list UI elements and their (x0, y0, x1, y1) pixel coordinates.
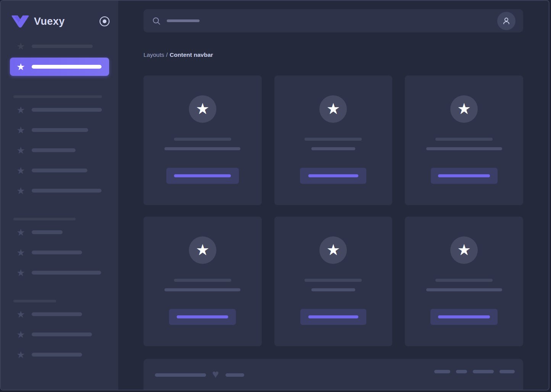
content-card: ★ (405, 217, 523, 346)
card-subtitle-skeleton (426, 147, 502, 150)
search-bar[interactable] (143, 9, 523, 32)
app-title: Vuexy (34, 16, 65, 27)
nav-label-skeleton (32, 230, 63, 234)
footer-left: ♥ (155, 370, 250, 380)
star-icon: ★ (16, 105, 26, 115)
card-title-skeleton (174, 279, 231, 282)
nav-item[interactable]: ★ (16, 39, 109, 54)
star-icon: ★ (16, 248, 26, 257)
card-action-button[interactable] (431, 168, 498, 184)
star-icon: ★ (16, 166, 26, 175)
nav-item[interactable]: ★ (16, 122, 109, 138)
star-icon: ★ (196, 242, 209, 257)
button-label-skeleton (174, 174, 231, 177)
menu-pin-toggle[interactable] (99, 16, 110, 27)
star-icon: ★ (16, 125, 26, 135)
button-label-skeleton (308, 315, 358, 318)
card-action-button[interactable] (300, 309, 366, 325)
card-action-button[interactable] (166, 168, 239, 184)
nav-item[interactable]: ★ (16, 327, 109, 342)
footer-skeleton-bar[interactable] (499, 370, 515, 373)
nav-item[interactable]: ★ (16, 102, 109, 117)
nav-label-skeleton (32, 353, 82, 357)
nav-item[interactable]: ★ (16, 307, 109, 322)
footer-skeleton-bar (155, 373, 206, 377)
heart-icon: ♥ (212, 368, 219, 380)
card-title-skeleton (435, 138, 493, 141)
nav-label-skeleton (32, 251, 82, 254)
button-label-skeleton (438, 315, 490, 318)
card-title-skeleton (304, 279, 362, 282)
card-subtitle-skeleton (164, 147, 240, 150)
footer-skeleton-bar[interactable] (473, 370, 494, 373)
card-action-button[interactable] (430, 309, 498, 325)
breadcrumb-separator: / (166, 51, 168, 58)
star-icon: ★ (16, 228, 26, 237)
card-avatar-circle: ★ (319, 236, 347, 264)
nav-label-skeleton (32, 65, 102, 69)
card-avatar-circle: ★ (189, 95, 216, 123)
star-icon: ★ (16, 350, 26, 360)
star-icon: ★ (327, 101, 340, 116)
card-title-skeleton (304, 138, 362, 141)
footer-skeleton-bar[interactable] (456, 370, 467, 373)
star-icon: ★ (16, 42, 26, 51)
card-avatar-circle: ★ (319, 95, 347, 123)
nav-item[interactable]: ★ (16, 225, 109, 240)
card-subtitle-skeleton (311, 288, 355, 291)
nav-item[interactable]: ★ (16, 183, 109, 198)
card-avatar-circle: ★ (450, 236, 478, 264)
content-card: ★ (274, 76, 393, 205)
card-action-button[interactable] (300, 168, 366, 184)
radio-circle-icon (99, 16, 110, 27)
nav-item-active[interactable]: ★ (10, 58, 109, 76)
user-avatar[interactable] (497, 12, 516, 30)
sidebar-header: Vuexy (11, 14, 110, 29)
nav-item[interactable]: ★ (16, 143, 109, 158)
content-card: ★ (143, 76, 262, 205)
nav-label-skeleton (32, 333, 92, 336)
search-icon (152, 16, 161, 26)
button-label-skeleton (308, 174, 358, 177)
card-title-skeleton (435, 279, 493, 282)
button-label-skeleton (177, 315, 228, 318)
footer-skeleton-bar (226, 373, 244, 377)
sidebar: Vuexy ★★★★★★★★★★★★★ (1, 1, 118, 390)
card-subtitle-skeleton (311, 147, 355, 150)
vuexy-logo-icon (11, 15, 29, 28)
star-icon: ★ (16, 146, 26, 155)
card-title-skeleton (174, 138, 231, 141)
nav-item[interactable]: ★ (16, 245, 109, 260)
content-card: ★ (274, 217, 393, 346)
nav-label-skeleton (32, 45, 93, 48)
star-icon: ★ (196, 101, 209, 116)
star-icon: ★ (16, 330, 26, 339)
nav-label-skeleton (32, 108, 102, 112)
content-card: ★ (405, 76, 523, 205)
main-content: Layouts/Content navbar ★★★★★★ ♥ (118, 1, 549, 390)
nav-item[interactable]: ★ (16, 163, 109, 178)
person-icon (501, 16, 511, 26)
star-icon: ★ (16, 62, 26, 72)
nav-section-title-skeleton (13, 95, 102, 98)
nav-section-title-skeleton (13, 300, 56, 302)
nav-item[interactable]: ★ (16, 347, 109, 362)
breadcrumb-parent[interactable]: Layouts (143, 51, 164, 58)
card-grid: ★★★★★★ (143, 76, 523, 346)
star-icon: ★ (457, 242, 471, 257)
card-subtitle-skeleton (164, 288, 240, 291)
nav-label-skeleton (32, 169, 87, 172)
footer-skeleton-bar[interactable] (434, 370, 450, 373)
card-avatar-circle: ★ (450, 95, 478, 123)
card-avatar-circle: ★ (189, 236, 216, 264)
card-action-button[interactable] (169, 309, 236, 325)
star-icon: ★ (16, 310, 26, 319)
sidebar-nav: ★★★★★★★★★★★★★ (1, 29, 118, 362)
content-card: ★ (143, 217, 262, 346)
breadcrumb-current: Content navbar (170, 51, 213, 58)
nav-section-title-skeleton (13, 218, 76, 220)
star-icon: ★ (16, 268, 26, 278)
breadcrumb: Layouts/Content navbar (143, 51, 523, 58)
nav-item[interactable]: ★ (16, 265, 109, 280)
nav-label-skeleton (32, 128, 88, 132)
